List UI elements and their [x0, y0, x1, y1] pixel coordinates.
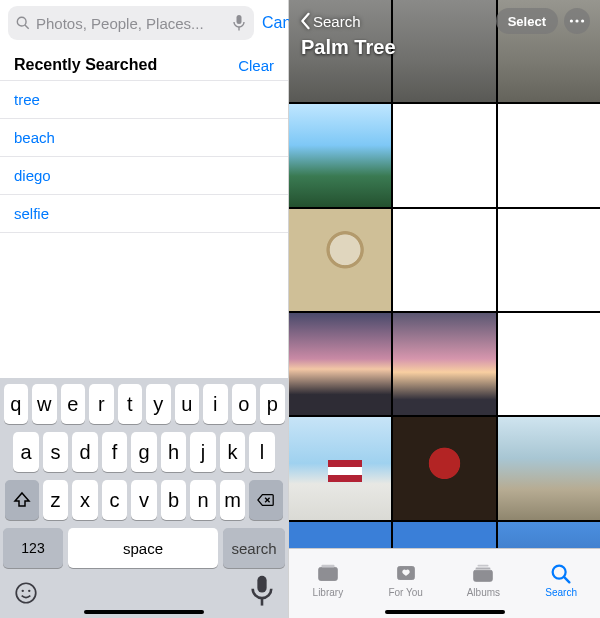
photo-thumb[interactable] — [393, 522, 495, 548]
tab-label: For You — [388, 587, 422, 598]
recent-item[interactable]: tree — [0, 80, 288, 119]
key-emoji[interactable] — [13, 580, 39, 606]
svg-point-7 — [22, 590, 24, 592]
key-t[interactable]: t — [118, 384, 143, 424]
key-x[interactable]: x — [72, 480, 98, 520]
tab-bar: Library For You Albums Search — [289, 548, 600, 610]
results-pane: Search Select Palm Tree — [289, 0, 600, 618]
albums-icon — [470, 561, 496, 585]
svg-line-1 — [25, 25, 29, 29]
key-p[interactable]: p — [260, 384, 285, 424]
tab-albums[interactable]: Albums — [445, 549, 523, 610]
key-o[interactable]: o — [232, 384, 257, 424]
tab-label: Albums — [467, 587, 500, 598]
svg-rect-14 — [319, 567, 338, 580]
clear-button[interactable]: Clear — [238, 57, 274, 74]
photo-thumb[interactable] — [393, 417, 495, 519]
key-a[interactable]: a — [13, 432, 39, 472]
home-indicator[interactable] — [385, 610, 505, 614]
key-n[interactable]: n — [190, 480, 216, 520]
key-w[interactable]: w — [32, 384, 57, 424]
key-backspace[interactable] — [249, 480, 283, 520]
photo-thumb[interactable] — [393, 313, 495, 415]
recent-title: Recently Searched — [14, 56, 157, 74]
photo-thumb[interactable] — [289, 209, 391, 311]
select-button[interactable]: Select — [496, 8, 558, 34]
keyboard: q w e r t y u i o p a s d f g h j k l — [0, 378, 288, 618]
key-123[interactable]: 123 — [3, 528, 63, 568]
library-icon — [315, 561, 341, 585]
svg-rect-2 — [237, 15, 242, 24]
svg-rect-15 — [321, 565, 334, 568]
ellipsis-icon — [569, 18, 585, 24]
photo-thumb[interactable] — [289, 417, 391, 519]
photo-thumb[interactable] — [393, 104, 495, 206]
key-space[interactable]: space — [68, 528, 218, 568]
search-bar: Cancel — [0, 0, 288, 46]
photo-thumb[interactable] — [498, 209, 600, 311]
recent-header: Recently Searched Clear — [0, 46, 288, 80]
recent-item[interactable]: selfie — [0, 195, 288, 233]
tab-library[interactable]: Library — [289, 549, 367, 610]
mic-icon — [249, 574, 275, 611]
key-v[interactable]: v — [131, 480, 157, 520]
key-m[interactable]: m — [220, 480, 246, 520]
photo-grid — [289, 0, 600, 548]
tab-foryou[interactable]: For You — [367, 549, 445, 610]
mic-icon[interactable] — [232, 14, 246, 32]
key-e[interactable]: e — [61, 384, 86, 424]
key-d[interactable]: d — [72, 432, 98, 472]
tab-label: Library — [313, 587, 344, 598]
photo-thumb[interactable] — [498, 522, 600, 548]
shift-icon — [13, 491, 31, 509]
key-g[interactable]: g — [131, 432, 157, 472]
key-f[interactable]: f — [102, 432, 128, 472]
search-tab-icon — [548, 561, 574, 585]
key-b[interactable]: b — [161, 480, 187, 520]
key-s[interactable]: s — [43, 432, 69, 472]
key-c[interactable]: c — [102, 480, 128, 520]
recent-list: tree beach diego selfie — [0, 80, 288, 233]
key-search[interactable]: search — [223, 528, 285, 568]
photo-thumb[interactable] — [289, 104, 391, 206]
svg-rect-9 — [257, 576, 266, 593]
more-button[interactable] — [564, 8, 590, 34]
key-q[interactable]: q — [4, 384, 29, 424]
svg-point-11 — [570, 19, 573, 22]
key-k[interactable]: k — [220, 432, 246, 472]
photo-thumb[interactable] — [498, 104, 600, 206]
key-u[interactable]: u — [175, 384, 200, 424]
key-y[interactable]: y — [146, 384, 171, 424]
search-input[interactable] — [36, 15, 226, 32]
search-field[interactable] — [8, 6, 254, 40]
photo-thumb[interactable] — [498, 313, 600, 415]
key-i[interactable]: i — [203, 384, 228, 424]
backspace-icon — [257, 491, 275, 509]
photo-thumb[interactable] — [289, 522, 391, 548]
search-pane: Cancel Recently Searched Clear tree beac… — [0, 0, 289, 618]
key-shift[interactable] — [5, 480, 39, 520]
svg-point-8 — [28, 590, 30, 592]
recent-item[interactable]: diego — [0, 157, 288, 195]
key-l[interactable]: l — [249, 432, 275, 472]
key-z[interactable]: z — [43, 480, 69, 520]
svg-line-21 — [564, 577, 569, 582]
recent-item[interactable]: beach — [0, 119, 288, 157]
svg-point-6 — [16, 583, 36, 603]
svg-point-12 — [575, 19, 578, 22]
home-indicator[interactable] — [84, 610, 204, 614]
key-h[interactable]: h — [161, 432, 187, 472]
photo-thumb[interactable] — [289, 313, 391, 415]
chevron-left-icon — [299, 12, 311, 30]
svg-point-13 — [581, 19, 584, 22]
svg-rect-17 — [478, 565, 489, 567]
svg-rect-18 — [476, 567, 491, 569]
photo-thumb[interactable] — [393, 209, 495, 311]
key-r[interactable]: r — [89, 384, 114, 424]
key-dictation[interactable] — [249, 580, 275, 606]
photo-thumb[interactable] — [498, 417, 600, 519]
back-button[interactable]: Search — [299, 12, 361, 30]
key-j[interactable]: j — [190, 432, 216, 472]
tab-search[interactable]: Search — [522, 549, 600, 610]
svg-point-0 — [17, 17, 26, 26]
